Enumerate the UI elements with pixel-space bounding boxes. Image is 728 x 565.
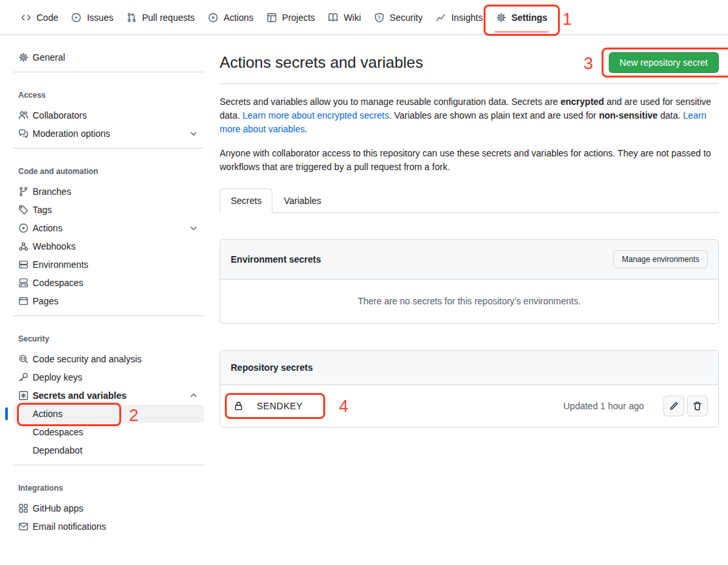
codescan-icon	[18, 354, 29, 364]
edit-secret-button[interactable]	[663, 396, 684, 416]
nav-tab-label: Pull requests	[142, 12, 195, 23]
sidebar-item-email-notifications[interactable]: Email notifications	[13, 517, 204, 536]
pencil-icon	[669, 401, 679, 411]
sidebar-subitem-label: Codespaces	[33, 427, 83, 437]
intro-paragraph: Secrets and variables allow you to manag…	[220, 95, 719, 136]
nav-tab-insights[interactable]: Insights	[429, 0, 489, 35]
sidebar-item-moderation-options[interactable]: Moderation options	[13, 124, 204, 143]
sidebar-item-general[interactable]: General	[13, 48, 204, 66]
nav-tab-wiki[interactable]: Wiki	[321, 0, 367, 35]
repository-secrets-title: Repository secrets	[231, 361, 313, 374]
sidebar-item-label: GitHub apps	[33, 503, 83, 514]
book-icon	[328, 12, 338, 23]
table-icon	[267, 12, 277, 23]
sidebar-item-label: Collaborators	[33, 110, 87, 121]
sidebar-item-collaborators[interactable]: Collaborators	[13, 106, 204, 124]
intro-text: .	[305, 124, 308, 134]
secret-updated-text: Updated 1 hour ago	[563, 401, 644, 411]
chevron-up-icon	[188, 390, 199, 401]
encrypted-secrets-link[interactable]: Learn more about encrypted secrets	[242, 110, 389, 121]
nav-tab-label: Code	[36, 12, 58, 23]
tab-variables[interactable]: Variables	[272, 188, 332, 213]
nav-tab-actions[interactable]: Actions	[201, 0, 260, 35]
graph-icon	[435, 12, 446, 23]
intro-text: data.	[658, 110, 683, 121]
nav-tab-label: Wiki	[343, 12, 360, 23]
sidebar-item-github-apps[interactable]: GitHub apps	[13, 499, 204, 517]
sidebar-item-secrets-and-variables[interactable]: Secrets and variables	[13, 386, 204, 405]
nav-tab-pull-requests[interactable]: Pull requests	[120, 0, 201, 35]
nav-tab-projects[interactable]: Projects	[260, 0, 322, 35]
annotation-label-3: 3	[584, 55, 593, 72]
lock-icon	[233, 401, 244, 411]
gear-icon	[18, 52, 29, 63]
sidebar-item-pages[interactable]: Pages	[13, 292, 204, 310]
sidebar-subitem-actions[interactable]: Actions2	[13, 405, 204, 423]
codespaces-icon	[18, 278, 29, 288]
nav-tab-code[interactable]: Code	[14, 0, 65, 35]
mail-icon	[18, 521, 29, 532]
tab-secrets[interactable]: Secrets	[220, 188, 272, 213]
chevron-down-icon	[188, 223, 199, 233]
apps-icon	[18, 503, 29, 514]
sidebar-item-environments[interactable]: Environments	[13, 255, 204, 274]
secret-row: SENDKEY 4 Updated 1 hour ago	[220, 385, 718, 427]
sidebar-divider	[13, 465, 204, 465]
sidebar-divider	[13, 315, 204, 316]
repository-secrets-header: Repository secrets	[220, 351, 718, 385]
sidebar-item-label: Actions	[33, 223, 63, 233]
nav-tab-label: Settings	[512, 12, 547, 23]
git-branch-icon	[18, 186, 29, 197]
browser-icon	[18, 296, 29, 306]
sidebar-divider	[13, 72, 204, 72]
nav-tab-issues[interactable]: Issues	[65, 0, 119, 35]
page-title: Actions secrets and variables	[220, 53, 423, 72]
new-repository-secret-button[interactable]: New repository secret	[609, 52, 719, 73]
sidebar-section-access: Access	[13, 78, 204, 106]
main-content: Actions secrets and variables 3 New repo…	[220, 35, 728, 427]
sidebar-item-label: Pages	[33, 296, 59, 306]
settings-sidebar: GeneralAccessCollaboratorsModeration opt…	[0, 35, 220, 536]
nav-tab-label: Insights	[451, 12, 482, 23]
tag-icon	[18, 205, 29, 215]
environment-secrets-box: Environment secrets Manage environments …	[220, 239, 719, 324]
sidebar-section-security: Security	[13, 321, 204, 350]
sidebar-item-branches[interactable]: Branches	[13, 182, 204, 201]
repository-secrets-box: Repository secrets SENDKEY 4 Updated 1 h…	[220, 350, 719, 427]
nav-tab-settings[interactable]: Settings1	[489, 0, 554, 35]
play-icon	[208, 12, 218, 23]
code-icon	[21, 12, 31, 23]
nav-tab-label: Security	[390, 12, 423, 23]
key-asterisk-icon	[18, 390, 29, 401]
sidebar-item-label: Secrets and variables	[33, 390, 126, 401]
shield-icon	[374, 12, 385, 23]
sidebar-item-codespaces[interactable]: Codespaces	[13, 274, 204, 292]
nav-tab-label: Issues	[87, 12, 113, 23]
webhook-icon	[18, 241, 29, 252]
sidebar-section-integrations: Integrations	[13, 471, 204, 499]
environment-secrets-header: Environment secrets Manage environments	[220, 240, 718, 280]
play-icon	[18, 223, 29, 233]
comment-discussion-icon	[18, 128, 29, 139]
manage-environments-button[interactable]: Manage environments	[613, 250, 708, 268]
sidebar-item-label: Codespaces	[33, 278, 83, 288]
sidebar-item-webhooks[interactable]: Webhooks	[13, 237, 204, 255]
trash-icon	[692, 401, 703, 411]
nav-tab-security[interactable]: Security	[368, 0, 430, 35]
key-icon	[18, 372, 29, 383]
intro-text: Secrets and variables allow you to manag…	[220, 96, 561, 107]
secrets-variables-tabnav: SecretsVariables	[220, 188, 719, 213]
new-secret-button-area: 3 New repository secret	[609, 52, 719, 73]
sidebar-item-code-security-and-analysis[interactable]: Code security and analysis	[13, 350, 204, 368]
delete-secret-button[interactable]	[687, 396, 708, 416]
sidebar-item-tags[interactable]: Tags	[13, 201, 204, 219]
sidebar-item-actions[interactable]: Actions	[13, 219, 204, 237]
sidebar-item-label: Webhooks	[33, 241, 76, 252]
sidebar-subitem-codespaces[interactable]: Codespaces	[13, 423, 204, 441]
intro-bold-text: encrypted	[561, 96, 604, 107]
nav-tab-label: Projects	[282, 12, 315, 23]
repo-nav-tabs: CodeIssuesPull requestsActionsProjectsWi…	[0, 0, 728, 35]
intro-text: . Variables are shown as plain text and …	[389, 110, 599, 121]
sidebar-item-deploy-keys[interactable]: Deploy keys	[13, 368, 204, 386]
sidebar-subitem-dependabot[interactable]: Dependabot	[13, 441, 204, 459]
